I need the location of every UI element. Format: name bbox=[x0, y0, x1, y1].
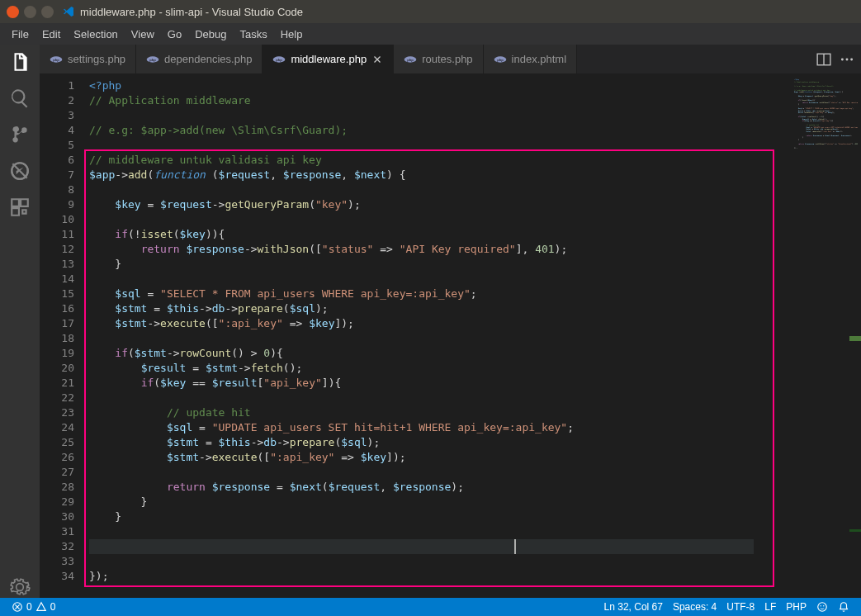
status-ln-col[interactable]: Ln 32, Col 67 bbox=[599, 601, 668, 613]
svg-point-17 bbox=[818, 603, 827, 612]
line-number: 20 bbox=[40, 361, 74, 376]
code-line[interactable] bbox=[89, 465, 791, 480]
line-number: 9 bbox=[40, 197, 74, 212]
status-feedback[interactable] bbox=[811, 601, 833, 613]
line-number: 17 bbox=[40, 316, 74, 331]
tab-dependencies-php[interactable]: phpdependencies.php bbox=[136, 45, 263, 73]
line-number: 26 bbox=[40, 450, 74, 465]
code-line[interactable]: $app->add(function ($request, $response,… bbox=[89, 168, 791, 182]
extensions-icon[interactable] bbox=[9, 197, 31, 218]
code-line[interactable]: $stmt->execute([":api_key" => $key]); bbox=[89, 450, 791, 465]
code-line[interactable]: $sql = "SELECT * FROM api_users WHERE ap… bbox=[89, 287, 791, 301]
code-line[interactable] bbox=[89, 391, 791, 405]
line-number: 31 bbox=[40, 524, 74, 539]
menu-help[interactable]: Help bbox=[274, 28, 310, 40]
code-line[interactable]: $key = $request->getQueryParam("key"); bbox=[89, 197, 791, 212]
php-file-icon: php bbox=[494, 53, 507, 66]
files-icon[interactable] bbox=[9, 51, 31, 73]
menubar: FileEditSelectionViewGoDebugTasksHelp bbox=[0, 23, 861, 45]
titlebar: middleware.php - slim-api - Visual Studi… bbox=[0, 0, 861, 23]
code-line[interactable] bbox=[89, 212, 791, 227]
split-editor-icon[interactable] bbox=[816, 52, 831, 67]
svg-text:php: php bbox=[277, 57, 283, 61]
code-line[interactable] bbox=[89, 108, 791, 123]
editor[interactable]: 1234567891011121314151617181920212223242… bbox=[40, 73, 861, 598]
code-line[interactable]: $stmt->execute([":api_key" => $key]); bbox=[89, 316, 791, 331]
code-line[interactable] bbox=[89, 554, 791, 569]
code-line[interactable]: }); bbox=[89, 569, 791, 584]
code-line[interactable]: // middleware untuk validasi api key bbox=[89, 153, 791, 168]
line-number: 10 bbox=[40, 212, 74, 227]
more-icon[interactable] bbox=[840, 52, 854, 67]
code-line[interactable]: if($key == $result["api_key"]){ bbox=[89, 376, 791, 391]
code-line[interactable]: } bbox=[89, 495, 791, 509]
line-number: 33 bbox=[40, 554, 74, 569]
code-line[interactable]: // e.g: $app->add(new \Slim\Csrf\Guard); bbox=[89, 123, 791, 138]
tab-settings-php[interactable]: phpsettings.php bbox=[40, 45, 136, 73]
code-line[interactable] bbox=[89, 182, 791, 197]
line-number: 22 bbox=[40, 391, 74, 405]
line-number: 15 bbox=[40, 287, 74, 301]
close-icon[interactable] bbox=[371, 54, 383, 65]
line-number: 18 bbox=[40, 331, 74, 346]
status-indent[interactable]: Spaces: 4 bbox=[668, 601, 721, 613]
window-close-button[interactable] bbox=[7, 6, 19, 18]
tab-routes-php[interactable]: phproutes.php bbox=[394, 45, 483, 73]
svg-text:php: php bbox=[407, 57, 414, 61]
scrollbar-overview[interactable] bbox=[849, 73, 861, 598]
menu-view[interactable]: View bbox=[125, 28, 161, 40]
line-number: 12 bbox=[40, 242, 74, 257]
code-line[interactable] bbox=[89, 331, 791, 346]
line-number: 28 bbox=[40, 480, 74, 495]
line-number-gutter: 1234567891011121314151617181920212223242… bbox=[40, 73, 89, 598]
svg-point-13 bbox=[841, 58, 844, 60]
debug-icon[interactable] bbox=[9, 160, 31, 182]
code-line[interactable] bbox=[89, 138, 791, 153]
line-number: 25 bbox=[40, 435, 74, 450]
menu-go[interactable]: Go bbox=[161, 28, 188, 40]
code-line[interactable]: return $response = $next($request, $resp… bbox=[89, 480, 791, 495]
status-problems[interactable]: 0 0 bbox=[7, 601, 60, 613]
code-line[interactable]: return $response->withJson(["status" => … bbox=[89, 242, 791, 257]
code-line[interactable]: if(!isset($key)){ bbox=[89, 227, 791, 242]
menu-file[interactable]: File bbox=[5, 28, 35, 40]
code-line[interactable]: // update hit bbox=[89, 405, 791, 420]
activitybar bbox=[0, 45, 40, 598]
search-icon[interactable] bbox=[9, 88, 31, 109]
status-notifications[interactable] bbox=[833, 601, 854, 613]
menu-debug[interactable]: Debug bbox=[188, 28, 233, 40]
menu-selection[interactable]: Selection bbox=[67, 28, 124, 40]
window-maximize-button[interactable] bbox=[41, 6, 54, 18]
status-language[interactable]: PHP bbox=[781, 601, 811, 613]
php-file-icon: php bbox=[272, 53, 286, 66]
status-eol[interactable]: LF bbox=[759, 601, 781, 613]
line-number: 3 bbox=[40, 108, 74, 123]
source-control-icon[interactable] bbox=[9, 124, 31, 145]
line-number: 2 bbox=[40, 93, 74, 108]
code-line[interactable]: if($stmt->rowCount() > 0){ bbox=[89, 346, 791, 361]
code-line[interactable] bbox=[89, 524, 791, 539]
code-line[interactable]: // Application middleware bbox=[89, 93, 791, 108]
gear-icon[interactable] bbox=[9, 576, 31, 598]
code-line[interactable] bbox=[89, 272, 791, 287]
code-line[interactable]: } bbox=[89, 257, 791, 272]
code-area[interactable]: <?php// Application middleware // e.g: $… bbox=[89, 73, 791, 598]
window-minimize-button[interactable] bbox=[24, 6, 36, 18]
code-line[interactable]: $stmt = $this->db->prepare($sql); bbox=[89, 301, 791, 316]
code-line[interactable]: } bbox=[89, 509, 791, 524]
code-line[interactable]: $result = $stmt->fetch(); bbox=[89, 361, 791, 376]
line-number: 34 bbox=[40, 569, 74, 584]
menu-tasks[interactable]: Tasks bbox=[233, 28, 273, 40]
status-encoding[interactable]: UTF-8 bbox=[721, 601, 759, 613]
tab-index-phtml[interactable]: phpindex.phtml bbox=[484, 45, 577, 73]
line-number: 16 bbox=[40, 301, 74, 316]
window-title: middleware.php - slim-api - Visual Studi… bbox=[80, 6, 303, 18]
tab-middleware-php[interactable]: phpmiddleware.php bbox=[263, 45, 394, 73]
menu-edit[interactable]: Edit bbox=[35, 28, 67, 40]
line-number: 27 bbox=[40, 465, 74, 480]
code-line[interactable]: $stmt = $this->db->prepare($sql); bbox=[89, 435, 791, 450]
status-error-count: 0 bbox=[26, 601, 32, 613]
code-line[interactable]: $sql = "UPDATE api_users SET hit=hit+1 W… bbox=[89, 420, 791, 435]
code-line[interactable]: <?php bbox=[89, 78, 791, 93]
line-number: 5 bbox=[40, 138, 74, 153]
